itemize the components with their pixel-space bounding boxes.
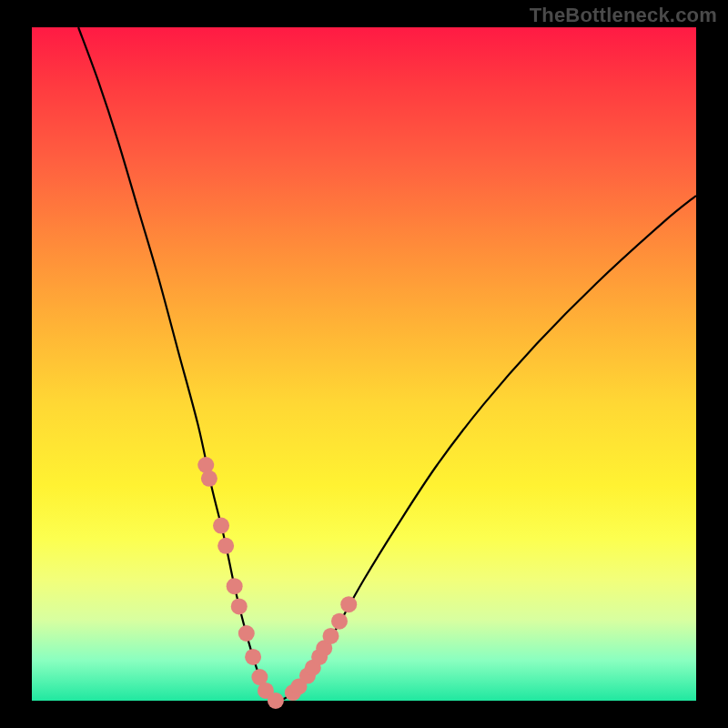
dot: [213, 518, 229, 534]
dot: [268, 693, 284, 709]
dot: [217, 538, 234, 554]
dot: [231, 598, 248, 614]
dot: [227, 578, 243, 594]
dot: [245, 649, 261, 665]
left-curve: [78, 27, 276, 701]
highlighted-dots: [197, 457, 357, 709]
dot: [238, 625, 255, 642]
dot: [340, 596, 357, 612]
dot: [201, 470, 217, 487]
curve-layer: [32, 27, 696, 701]
dot: [331, 613, 348, 630]
chart-frame: TheBottleneck.com: [0, 0, 728, 728]
watermark-text: TheBottleneck.com: [530, 4, 717, 27]
plot-area: [32, 27, 696, 701]
dot: [323, 628, 339, 644]
